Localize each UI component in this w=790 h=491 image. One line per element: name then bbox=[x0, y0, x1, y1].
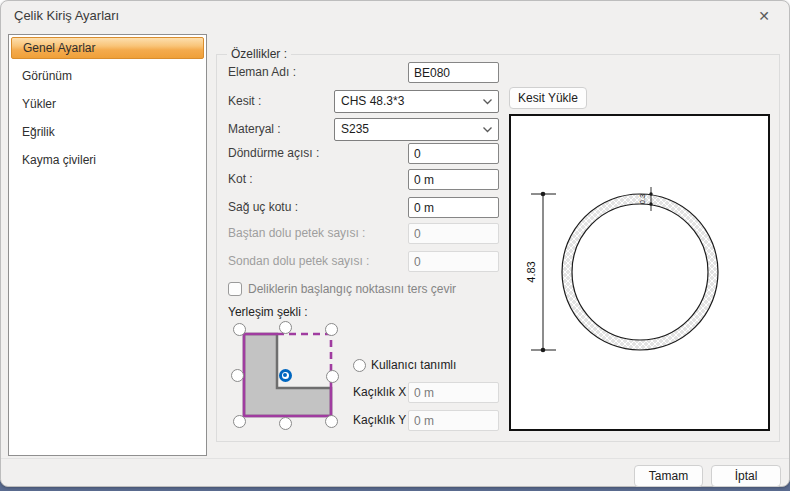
kaciklik-x-input bbox=[408, 382, 499, 403]
placement-anchor-widget bbox=[229, 319, 342, 432]
sag-uc-kotu-input[interactable] bbox=[408, 197, 499, 218]
kesit-label: Kesit : bbox=[228, 91, 261, 112]
materyal-value: S235 bbox=[341, 122, 369, 136]
section-preview: 4.83 0.3 bbox=[509, 114, 770, 431]
bastan-dolu-petek-label: Baştan dolu petek sayısı : bbox=[228, 223, 365, 244]
kullanici-tanimli-label: Kullanıcı tanımlı bbox=[371, 355, 456, 376]
placement-radio-top-right[interactable] bbox=[325, 323, 338, 336]
group-label: Özellikler : bbox=[227, 47, 291, 61]
sidebar: Genel Ayarlar Görünüm Yükler Eğrilik Kay… bbox=[8, 34, 207, 456]
steel-beam-settings-dialog: Çelik Kiriş Ayarları ✕ Genel Ayarlar Gör… bbox=[0, 0, 790, 487]
sidebar-item-kayma-civileri[interactable]: Kayma çivileri bbox=[11, 149, 204, 171]
sag-uc-kotu-label: Sağ uç kotu : bbox=[228, 197, 298, 218]
invert-holes-checkbox[interactable] bbox=[228, 282, 242, 296]
placement-radio-top-center[interactable] bbox=[279, 321, 292, 334]
dialog-title: Çelik Kiriş Ayarları bbox=[14, 8, 119, 23]
thickness-dimension-label: 0.3 bbox=[638, 194, 647, 204]
sidebar-item-yukler[interactable]: Yükler bbox=[11, 93, 204, 115]
sidebar-item-egrilik[interactable]: Eğrilik bbox=[11, 121, 204, 143]
placement-radio-bottom-left[interactable] bbox=[233, 415, 246, 428]
eleman-adi-input[interactable] bbox=[408, 62, 499, 83]
ok-button[interactable]: Tamam bbox=[634, 465, 703, 487]
invert-holes-label: Deliklerin başlangıç noktasını ters çevi… bbox=[248, 279, 456, 300]
height-dimension-label: 4.83 bbox=[525, 261, 537, 282]
footer: Tamam İptal bbox=[1, 458, 789, 488]
cancel-button[interactable]: İptal bbox=[711, 465, 781, 487]
background-strip bbox=[0, 486, 790, 491]
placement-radio-bottom-center[interactable] bbox=[279, 417, 292, 430]
title-bar: Çelik Kiriş Ayarları ✕ bbox=[1, 1, 789, 31]
bastan-dolu-petek-input bbox=[408, 223, 499, 244]
sidebar-item-genel-ayarlar[interactable]: Genel Ayarlar bbox=[11, 37, 204, 59]
kesit-combobox[interactable]: CHS 48.3*3 bbox=[334, 90, 499, 113]
materyal-label: Materyal : bbox=[228, 119, 281, 140]
kot-input[interactable] bbox=[408, 169, 499, 190]
sidebar-item-gorunum[interactable]: Görünüm bbox=[11, 65, 204, 87]
kaciklik-x-label: Kaçıklık X : bbox=[353, 382, 413, 403]
eleman-adi-label: Eleman Adı : bbox=[228, 62, 296, 83]
sondan-dolu-petek-label: Sondan dolu petek sayısı : bbox=[228, 251, 369, 272]
chevron-down-icon bbox=[482, 124, 493, 138]
kesit-value: CHS 48.3*3 bbox=[341, 94, 404, 108]
chs-section-drawing: 4.83 0.3 bbox=[511, 116, 768, 429]
placement-radio-middle-right[interactable] bbox=[326, 370, 339, 383]
placement-radio-bottom-right[interactable] bbox=[325, 415, 338, 428]
kaciklik-y-input bbox=[408, 410, 499, 431]
chevron-down-icon bbox=[482, 96, 493, 110]
placement-radio-top-left[interactable] bbox=[233, 323, 246, 336]
materyal-combobox[interactable]: S235 bbox=[334, 118, 499, 141]
close-icon[interactable]: ✕ bbox=[749, 3, 779, 29]
sondan-dolu-petek-input bbox=[408, 251, 499, 272]
dondurme-acisi-label: Döndürme açısı : bbox=[228, 143, 319, 164]
placement-radio-center[interactable] bbox=[279, 369, 292, 382]
placement-radio-middle-left[interactable] bbox=[231, 369, 244, 382]
kot-label: Kot : bbox=[228, 169, 253, 190]
kaciklik-y-label: Kaçıklık Y : bbox=[353, 410, 413, 431]
dondurme-acisi-input[interactable] bbox=[408, 143, 499, 164]
inner-circle bbox=[572, 204, 708, 340]
kullanici-tanimli-radio[interactable] bbox=[353, 359, 366, 372]
kesit-yukle-button[interactable]: Kesit Yükle bbox=[509, 87, 587, 109]
